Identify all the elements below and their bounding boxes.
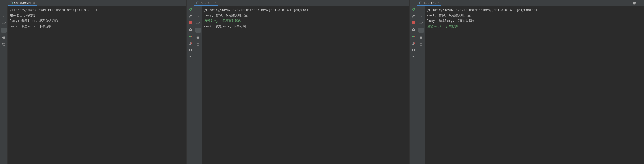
camera-icon[interactable] (188, 28, 192, 32)
exit-icon[interactable] (412, 41, 416, 45)
run-config-icon (419, 1, 422, 5)
tab-bar: ChatServer × (0, 0, 186, 6)
minimize-icon[interactable] (638, 1, 642, 5)
run-pane-aclient: AClient × /Library/Java/JavaVirtualMachi… (186, 0, 410, 164)
svg-marker-8 (199, 3, 200, 4)
svg-rect-36 (412, 50, 413, 51)
console-gutter (417, 6, 425, 164)
svg-rect-4 (3, 36, 5, 37)
run-actions-gutter (186, 6, 194, 164)
console-output[interactable]: /Library/Java/JavaVirtualMachines/jdk1.8… (425, 6, 644, 164)
svg-rect-18 (189, 50, 190, 51)
svg-rect-19 (191, 50, 192, 51)
console-line: mack: 我是mack, 下午好啊 (204, 24, 407, 29)
svg-point-11 (190, 29, 191, 30)
svg-marker-25 (422, 3, 422, 4)
wrench-icon[interactable] (412, 14, 416, 18)
svg-rect-5 (3, 38, 5, 39)
svg-rect-17 (191, 49, 192, 50)
svg-rect-40 (420, 38, 422, 39)
svg-rect-9 (189, 22, 192, 24)
close-icon[interactable]: × (33, 1, 35, 4)
layout-icon[interactable] (188, 48, 192, 52)
console-line: mack: 我是mack, 下午好啊 (10, 24, 184, 29)
trash-icon[interactable] (2, 42, 6, 46)
tab-aclient[interactable]: AClient × (194, 0, 218, 6)
scroll-to-end-icon[interactable] (195, 28, 201, 33)
svg-rect-23 (420, 2, 422, 4)
rerun-icon[interactable] (412, 7, 416, 11)
print-icon[interactable] (196, 35, 200, 39)
up-stack-icon[interactable] (2, 7, 6, 11)
stop-icon[interactable] (188, 21, 192, 25)
tab-label: BClient (424, 1, 436, 5)
text-caret (427, 30, 428, 34)
svg-rect-0 (10, 2, 12, 4)
svg-marker-14 (191, 36, 192, 37)
svg-rect-22 (197, 38, 199, 39)
scroll-to-end-icon[interactable] (1, 28, 6, 33)
left-gutter (0, 6, 8, 164)
svg-point-31 (412, 36, 414, 38)
svg-rect-34 (412, 49, 413, 50)
svg-rect-21 (197, 36, 199, 37)
down-stack-icon[interactable] (2, 14, 6, 18)
tab-bar: AClient × (186, 0, 410, 6)
debug-bug-icon[interactable] (188, 34, 192, 38)
stop-icon[interactable] (412, 21, 416, 25)
print-icon[interactable] (419, 35, 423, 39)
debug-bug-icon[interactable] (412, 34, 416, 38)
console-line: lucy: 我是lucy, 很高兴认识你 (10, 18, 184, 24)
tab-bclient[interactable]: BClient × (417, 0, 441, 6)
up-stack-icon[interactable] (419, 7, 423, 11)
pin-icon[interactable] (188, 55, 192, 59)
console-line: /Library/Java/JavaVirtualMachines/jdk1.8… (10, 7, 184, 13)
down-stack-icon[interactable] (419, 14, 423, 18)
soft-wrap-icon[interactable] (196, 21, 200, 25)
scroll-to-end-icon[interactable] (418, 28, 424, 33)
console-line: lucy: 我是lucy, 很高兴认识你 (427, 18, 642, 24)
exit-icon[interactable] (188, 41, 192, 45)
svg-rect-37 (414, 50, 415, 51)
svg-point-13 (189, 36, 191, 38)
svg-marker-32 (414, 36, 415, 37)
svg-rect-7 (197, 1, 198, 2)
trash-icon[interactable] (419, 42, 423, 46)
svg-rect-27 (412, 22, 415, 24)
close-icon[interactable]: × (438, 1, 440, 4)
up-stack-icon[interactable] (196, 7, 200, 11)
tab-label: AClient (201, 1, 213, 5)
console-line: 我是mack, 下午好啊 (427, 24, 642, 29)
svg-rect-30 (413, 29, 414, 29)
run-config-icon (196, 1, 200, 5)
console-output[interactable]: /Library/Java/JavaVirtualMachines/jdk1.8… (202, 6, 410, 164)
console-gutter (194, 6, 202, 164)
run-config-icon (10, 1, 13, 5)
soft-wrap-icon[interactable] (419, 21, 423, 25)
run-actions-gutter (410, 6, 417, 164)
console-output[interactable]: /Library/Java/JavaVirtualMachines/jdk1.8… (8, 6, 186, 164)
svg-rect-6 (196, 2, 199, 4)
wrench-icon[interactable] (188, 14, 192, 18)
trash-icon[interactable] (196, 42, 200, 46)
rerun-icon[interactable] (188, 7, 192, 11)
down-stack-icon[interactable] (196, 14, 200, 18)
close-icon[interactable]: × (214, 1, 216, 4)
run-pane-bclient: BClient × /Library/Java/JavaVi (410, 0, 644, 164)
svg-marker-2 (12, 3, 13, 4)
svg-rect-39 (420, 36, 422, 37)
console-line: 服务器已启动成功! (10, 13, 184, 18)
gear-icon[interactable] (632, 1, 636, 5)
print-icon[interactable] (2, 35, 6, 39)
tab-chatserver[interactable]: ChatServer × (8, 0, 37, 6)
tab-bar: BClient × (410, 0, 644, 6)
run-pane-chatserver: ChatServer × /Library/Java/JavaVirtualMa… (0, 0, 186, 164)
tab-label: ChatServer (14, 1, 32, 5)
camera-icon[interactable] (412, 28, 416, 32)
layout-icon[interactable] (412, 48, 416, 52)
svg-rect-26 (639, 3, 642, 3)
svg-rect-12 (190, 29, 191, 29)
console-caret-line (427, 29, 642, 34)
soft-wrap-icon[interactable] (2, 21, 6, 25)
pin-icon[interactable] (412, 55, 416, 59)
